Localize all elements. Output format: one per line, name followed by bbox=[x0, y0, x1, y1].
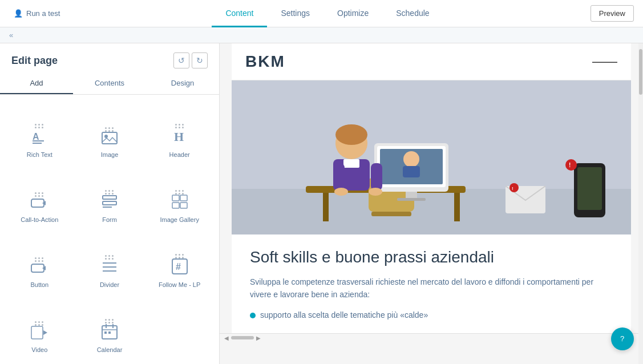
tab-optimize[interactable]: Optimize bbox=[323, 1, 382, 27]
svg-rect-14 bbox=[180, 203, 187, 208]
block-image[interactable]: Image bbox=[75, 99, 145, 164]
scrollbar-thumb[interactable] bbox=[639, 49, 642, 95]
sidebar-tab-row: Add Contents Design bbox=[0, 73, 219, 95]
block-button[interactable]: Button bbox=[5, 229, 75, 294]
follow-me-icon: # bbox=[172, 258, 188, 278]
content-wrapper: BKM ―― bbox=[220, 43, 643, 364]
redo-button[interactable]: ↻ bbox=[192, 52, 208, 68]
svg-point-61 bbox=[369, 188, 382, 196]
bullet-dot bbox=[250, 313, 256, 318]
block-rich-text-label: Rich Text bbox=[27, 151, 52, 158]
svg-rect-29 bbox=[108, 331, 111, 334]
video-icon bbox=[31, 326, 48, 343]
block-calendar[interactable]: Calendar bbox=[75, 294, 145, 359]
main-area: Edit page ↺ ↻ Add Contents Design A Rich… bbox=[0, 43, 643, 364]
svg-rect-33 bbox=[323, 193, 329, 221]
run-test-button[interactable]: 👤 Run a test bbox=[9, 7, 64, 20]
block-follow-me-lp-label: Follow Me - LP bbox=[159, 281, 200, 288]
svg-text:#: # bbox=[176, 262, 181, 272]
preview-button[interactable]: Preview bbox=[591, 5, 634, 22]
svg-text:!: ! bbox=[569, 162, 571, 168]
svg-rect-15 bbox=[31, 264, 44, 272]
tab-schedule[interactable]: Schedule bbox=[382, 1, 443, 27]
block-divider[interactable]: Divider bbox=[75, 229, 145, 294]
svg-rect-8 bbox=[103, 196, 116, 199]
image-icon bbox=[102, 132, 118, 148]
bullet-text: supporto alla scelta delle tematiche più… bbox=[260, 310, 428, 319]
top-navigation: 👤 Run a test Content Settings Optimize S… bbox=[0, 0, 643, 27]
blocks-grid: A Rich Text Image H Header bbox=[0, 95, 219, 364]
floating-action-button[interactable]: ? bbox=[611, 327, 634, 350]
block-image-gallery-label: Image Gallery bbox=[160, 216, 199, 223]
hero-image: ! ! bbox=[232, 80, 631, 234]
tab-settings[interactable]: Settings bbox=[267, 1, 323, 27]
tab-content[interactable]: Content bbox=[212, 1, 267, 27]
collapse-icon[interactable]: « bbox=[9, 31, 13, 39]
block-video-label: Video bbox=[31, 346, 47, 353]
block-button-label: Button bbox=[30, 281, 48, 288]
horizontal-scroll-thumb[interactable] bbox=[231, 336, 254, 339]
block-cta[interactable]: Call-to-Action bbox=[5, 164, 75, 229]
sidebar-tab-add[interactable]: Add bbox=[0, 73, 73, 94]
vertical-scrollbar[interactable] bbox=[638, 43, 643, 364]
svg-rect-6 bbox=[31, 199, 44, 207]
svg-rect-34 bbox=[454, 193, 460, 221]
page-preview: BKM ―― bbox=[232, 43, 631, 333]
svg-rect-28 bbox=[104, 331, 107, 334]
svg-point-55 bbox=[335, 124, 367, 145]
page-body: Soft skills e buone prassi aziendali Svi… bbox=[232, 234, 631, 333]
sidebar: Edit page ↺ ↻ Add Contents Design A Rich… bbox=[0, 43, 220, 364]
block-rich-text[interactable]: A Rich Text bbox=[5, 99, 75, 164]
horizontal-scroll-bar[interactable]: ◀ ▶ bbox=[220, 333, 643, 342]
image-gallery-icon bbox=[172, 195, 188, 213]
svg-text:?: ? bbox=[620, 334, 624, 343]
hamburger-icon[interactable]: ―― bbox=[592, 54, 617, 69]
svg-rect-57 bbox=[343, 159, 359, 168]
block-calendar-label: Calendar bbox=[97, 346, 123, 353]
svg-rect-39 bbox=[406, 192, 417, 199]
svg-text:H: H bbox=[174, 130, 184, 144]
svg-point-42 bbox=[403, 151, 419, 167]
svg-rect-43 bbox=[403, 166, 420, 177]
block-divider-label: Divider bbox=[100, 281, 119, 288]
sidebar-title: Edit page bbox=[11, 55, 58, 67]
undo-redo-controls: ↺ ↻ bbox=[173, 52, 208, 68]
sidebar-header: Edit page ↺ ↻ bbox=[0, 43, 219, 73]
bullet-item: supporto alla scelta delle tematiche più… bbox=[250, 310, 613, 319]
sidebar-tab-contents[interactable]: Contents bbox=[73, 73, 146, 94]
svg-rect-9 bbox=[103, 201, 116, 205]
svg-rect-13 bbox=[172, 203, 179, 208]
block-form[interactable]: Form bbox=[75, 164, 145, 229]
block-header-label: Header bbox=[169, 151, 190, 158]
block-image-gallery[interactable]: Image Gallery bbox=[144, 164, 215, 229]
right-arrow[interactable]: ▶ bbox=[256, 335, 261, 341]
svg-text:!: ! bbox=[512, 186, 513, 191]
svg-point-60 bbox=[334, 188, 348, 196]
svg-point-4 bbox=[104, 135, 108, 138]
calendar-icon bbox=[102, 323, 118, 343]
form-icon bbox=[102, 195, 118, 213]
divider-icon bbox=[102, 260, 118, 278]
svg-text:A: A bbox=[33, 132, 39, 141]
sidebar-tab-design[interactable]: Design bbox=[146, 73, 219, 94]
block-form-label: Form bbox=[102, 216, 117, 223]
svg-point-52 bbox=[509, 183, 519, 192]
block-image-label: Image bbox=[101, 151, 119, 158]
svg-rect-40 bbox=[397, 198, 426, 201]
left-arrow[interactable]: ◀ bbox=[224, 335, 229, 341]
nav-tabs: Content Settings Optimize Schedule bbox=[64, 0, 590, 27]
block-follow-me-lp[interactable]: # Follow Me - LP bbox=[144, 229, 215, 294]
page-heading: Soft skills e buone prassi aziendali bbox=[250, 248, 613, 266]
content-area: BKM ―― bbox=[220, 43, 643, 333]
block-cta-label: Call-to-Action bbox=[21, 216, 58, 223]
svg-rect-11 bbox=[172, 195, 179, 201]
undo-button[interactable]: ↺ bbox=[173, 52, 189, 68]
svg-rect-58 bbox=[333, 163, 345, 191]
svg-rect-3 bbox=[102, 132, 117, 144]
svg-rect-22 bbox=[31, 326, 43, 339]
bkm-logo: BKM bbox=[245, 52, 285, 71]
header-icon: H bbox=[172, 128, 188, 148]
block-video[interactable]: Video bbox=[5, 294, 75, 359]
block-header[interactable]: H Header bbox=[144, 99, 215, 164]
page-paragraph: Sviluppa le competenze trasversali richi… bbox=[250, 276, 613, 301]
